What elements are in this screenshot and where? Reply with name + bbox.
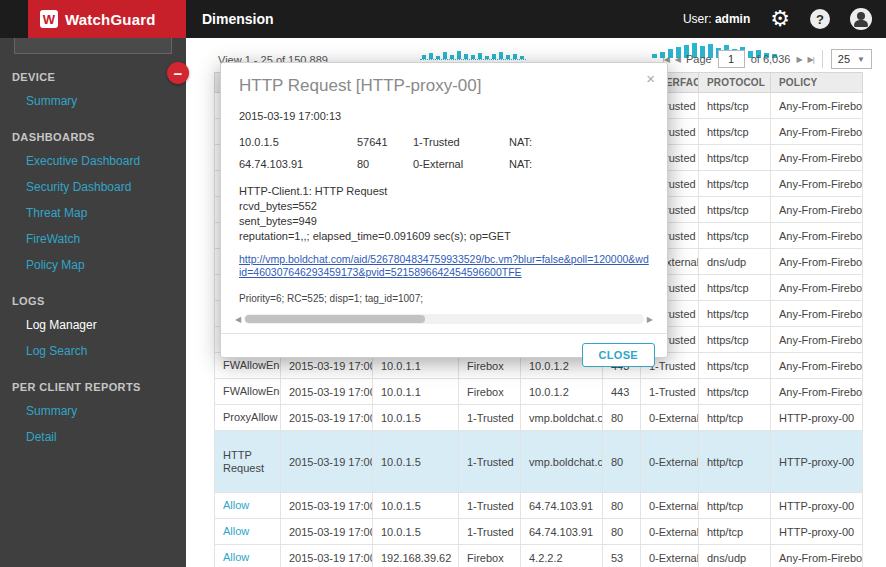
timeline-group-left	[420, 42, 526, 60]
sidebar-item-firewatch[interactable]: FireWatch	[0, 226, 186, 252]
table-cell: vmp.boldchat.com	[521, 405, 603, 431]
user-label: User:	[683, 12, 712, 26]
table-cell: Any-From-Firebox-00	[771, 119, 863, 145]
table-cell: Any-From-Firebox-00	[771, 197, 863, 223]
table-cell: 10.0.1.2	[521, 379, 603, 405]
timeline-bar	[422, 55, 426, 59]
table-cell: 443	[603, 379, 641, 405]
timeline-bar	[450, 55, 454, 59]
page-size-select[interactable]: 25 ▼	[831, 49, 872, 69]
help-icon[interactable]: ?	[810, 9, 830, 29]
timeline-bar	[520, 56, 524, 59]
sidebar-item-detail[interactable]: Detail	[0, 424, 186, 450]
table-cell: 80	[603, 405, 641, 431]
connection-details: 10.0.1.5 57641 1-Trusted NAT: 64.74.103.…	[239, 135, 649, 171]
column-header[interactable]: POLICY	[771, 73, 863, 93]
close-button[interactable]: CLOSE	[582, 343, 655, 367]
table-row[interactable]: Allow2015-03-19 17:00:14192.168.39.62Fir…	[215, 545, 863, 567]
user-info: User: admin	[683, 12, 750, 26]
table-row[interactable]: Allow2015-03-19 17:00:1410.0.1.51-Truste…	[215, 493, 863, 519]
table-row[interactable]: Allow2015-03-19 17:00:1410.0.1.51-Truste…	[215, 519, 863, 545]
timeline-bar	[478, 53, 482, 59]
table-cell: Any-From-Firebox-00	[771, 545, 863, 567]
table-cell: https/tcp	[699, 327, 771, 353]
table-cell: HTTP-proxy-00	[771, 493, 863, 519]
destination-port: 80	[357, 157, 413, 171]
table-cell: https/tcp	[699, 171, 771, 197]
table-cell: 0-External	[641, 431, 699, 493]
close-icon[interactable]: ×	[646, 70, 655, 87]
sidebar-section-per-client-reports: PER CLIENT REPORTS	[0, 364, 186, 398]
table-cell: 0-External	[641, 493, 699, 519]
timeline-bar	[443, 52, 447, 59]
source-ip: 10.0.1.5	[239, 135, 357, 149]
sidebar-collapse-button[interactable]: −	[167, 62, 189, 84]
sidebar-section-logs: LOGS	[0, 278, 186, 312]
table-cell: 2015-03-19 17:00:14	[281, 493, 373, 519]
user-profile-icon[interactable]	[850, 8, 872, 30]
scrollbar-track[interactable]	[244, 314, 644, 324]
next-page-button[interactable]: ▶	[796, 55, 801, 64]
table-cell: ProxyAllow	[215, 405, 281, 431]
table-cell: https/tcp	[699, 275, 771, 301]
table-cell: FWAllowEnc	[215, 379, 281, 405]
table-row[interactable]: FWAllowEnc2015-03-19 17:00:1310.0.1.1Fir…	[215, 379, 863, 405]
last-page-button[interactable]: ▶|	[808, 55, 814, 64]
table-cell: 0-External	[641, 519, 699, 545]
table-cell: Any-From-Firebox-00	[771, 93, 863, 119]
page-label: Page	[686, 53, 712, 65]
table-cell: 4.2.2.2	[521, 545, 603, 567]
table-cell: Allow	[215, 545, 281, 567]
timeline-bar	[436, 56, 440, 59]
timeline-bar	[485, 56, 489, 59]
table-cell: 10.0.1.5	[373, 493, 459, 519]
page-size-value: 25	[838, 53, 850, 65]
table-cell: vmp.boldchat.com	[521, 431, 603, 493]
table-cell: http/tcp	[699, 431, 771, 493]
column-header[interactable]: PROTOCOL	[699, 73, 771, 93]
sidebar-item-executive-dashboard[interactable]: Executive Dashboard	[0, 148, 186, 174]
priority-line: Priority=6; RC=525; disp=1; tag_id=1007;	[239, 292, 649, 306]
table-cell: Any-From-Firebox-00	[771, 327, 863, 353]
sidebar-item-log-search[interactable]: Log Search	[0, 338, 186, 364]
table-cell: 1-Trusted	[459, 431, 521, 493]
page-input[interactable]	[718, 50, 745, 68]
table-row[interactable]: HTTP Request2015-03-19 17:00:1310.0.1.51…	[215, 431, 863, 493]
table-cell: Firebox	[459, 379, 521, 405]
table-cell: https/tcp	[699, 379, 771, 405]
sidebar-item-log-manager[interactable]: Log Manager	[0, 312, 186, 338]
table-cell: Allow	[215, 519, 281, 545]
pager-divider	[822, 50, 823, 68]
timeline-bar	[513, 54, 517, 59]
table-cell: Any-From-Firebox-00	[771, 353, 863, 379]
table-cell: dns/udp	[699, 545, 771, 567]
request-url-link[interactable]: http://vmp.boldchat.com/aid/526780483475…	[239, 253, 649, 279]
sidebar-item-summary[interactable]: Summary	[0, 398, 186, 424]
table-cell: 64.74.103.91	[521, 519, 603, 545]
table-cell: https/tcp	[699, 301, 771, 327]
dialog-footer: CLOSE	[221, 333, 667, 376]
sidebar-item-threat-map[interactable]: Threat Map	[0, 200, 186, 226]
scroll-left-icon[interactable]: ◀	[235, 315, 241, 324]
table-cell: 1-Trusted	[641, 379, 699, 405]
table-cell: 10.0.1.1	[373, 379, 459, 405]
source-nat-label: NAT:	[509, 135, 649, 149]
prev-page-button[interactable]: ◀	[675, 55, 680, 64]
table-row[interactable]: ProxyAllow2015-03-19 17:00:1310.0.1.51-T…	[215, 405, 863, 431]
sidebar-item-security-dashboard[interactable]: Security Dashboard	[0, 174, 186, 200]
table-cell: 1-Trusted	[459, 519, 521, 545]
scroll-right-icon[interactable]: ▶	[647, 315, 653, 324]
proxy-detail-lines: HTTP-Client.1: HTTP Request rcvd_bytes=5…	[239, 184, 649, 244]
scrollbar-thumb[interactable]	[245, 315, 425, 323]
settings-gear-icon[interactable]: ⚙	[770, 8, 790, 30]
chevron-down-icon: ▼	[857, 55, 865, 64]
table-cell: https/tcp	[699, 93, 771, 119]
table-cell: Any-From-Firebox-00	[771, 275, 863, 301]
sidebar-section-device: DEVICE	[0, 54, 186, 88]
device-selector[interactable]	[14, 38, 172, 54]
table-cell: 64.74.103.91	[521, 493, 603, 519]
table-cell: Any-From-Firebox-00	[771, 249, 863, 275]
sidebar-item-summary[interactable]: Summary	[0, 88, 186, 114]
table-cell: HTTP-proxy-00	[771, 431, 863, 493]
sidebar-item-policy-map[interactable]: Policy Map	[0, 252, 186, 278]
